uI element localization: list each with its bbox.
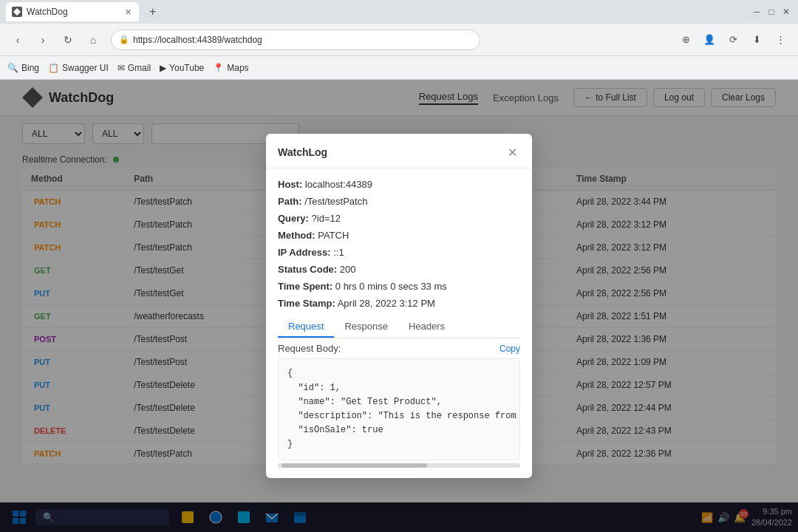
ip-label: IP Address: (278, 247, 331, 258)
query-row: Query: ?id=12 (278, 213, 520, 224)
browser-toolbar: ‹ › ↻ ⌂ 🔒 https://localhost:44389/watchd… (0, 24, 798, 56)
request-body-label: Request Body: (278, 343, 341, 354)
status-code-label: Status Code: (278, 264, 337, 275)
browser-frame: WatchDog ✕ + ─ □ ✕ ‹ › ↻ ⌂ 🔒 https://loc… (0, 0, 798, 532)
url-text: https://localhost:44389/watchdog (133, 35, 262, 45)
modal-close-button[interactable]: ✕ (504, 144, 520, 160)
bookmark-bing[interactable]: 🔍 Bing (7, 63, 39, 73)
home-button[interactable]: ⌂ (83, 30, 103, 50)
refresh-button[interactable]: ↻ (58, 30, 78, 50)
toolbar-actions: ⊕ 👤 ⟳ ⬇ ⋮ (675, 30, 791, 50)
lock-icon: 🔒 (119, 35, 129, 44)
tab-headers[interactable]: Headers (398, 316, 455, 338)
extensions-icon[interactable]: ⊕ (675, 30, 696, 50)
close-btn[interactable]: ✕ (780, 6, 792, 18)
host-row: Host: localhost:44389 (278, 179, 520, 190)
path-label: Path: (278, 196, 302, 207)
bookmarks-bar: 🔍 Bing 📋 Swagger UI ✉ Gmail ▶ YouTube 📍 … (0, 56, 798, 80)
modal-tabs: Request Response Headers (278, 316, 520, 338)
ip-value: ::1 (333, 247, 344, 258)
ip-row: IP Address: ::1 (278, 247, 520, 258)
back-button[interactable]: ‹ (7, 30, 28, 50)
bookmark-youtube[interactable]: ▶ YouTube (160, 63, 204, 73)
swagger-icon: 📋 (48, 63, 59, 73)
copy-button[interactable]: Copy (499, 344, 520, 354)
timestamp-label: Time Stamp: (278, 298, 335, 309)
request-body-header: Request Body: Copy (278, 343, 520, 354)
svg-marker-0 (13, 8, 21, 16)
window-controls: ─ □ ✕ (751, 6, 792, 18)
modal-title: WatchLog (278, 146, 327, 158)
tab-favicon (12, 7, 22, 17)
maximize-btn[interactable]: □ (765, 6, 777, 18)
browser-tab[interactable]: WatchDog ✕ (6, 2, 139, 21)
code-block: { "id": 1, "name": "Get Test Product", "… (278, 358, 520, 460)
forward-button[interactable]: › (33, 30, 53, 50)
bookmark-swagger[interactable]: 📋 Swagger UI (48, 63, 109, 73)
time-spent-value: 0 hrs 0 mins 0 secs 33 ms (335, 281, 447, 292)
bookmark-maps[interactable]: 📍 Maps (213, 63, 248, 73)
tab-title: WatchDog (27, 7, 68, 17)
timestamp-value: April 28, 2022 3:12 PM (338, 298, 435, 309)
address-bar[interactable]: 🔒 https://localhost:44389/watchdog (111, 30, 480, 50)
time-spent-row: Time Spent: 0 hrs 0 mins 0 secs 33 ms (278, 281, 520, 292)
host-value: localhost:44389 (305, 179, 372, 190)
maps-icon: 📍 (213, 63, 224, 73)
modal-body: Host: localhost:44389 Path: /Test/testPa… (266, 168, 532, 477)
method-value: PATCH (318, 230, 349, 241)
time-spent-label: Time Spent: (278, 281, 332, 292)
path-row: Path: /Test/testPatch (278, 196, 520, 207)
new-tab-button[interactable]: + (145, 4, 160, 20)
path-value: /Test/testPatch (304, 196, 367, 207)
query-label: Query: (278, 213, 309, 224)
page-content: WatchDog Request Logs Exception Logs ← t… (0, 80, 798, 532)
horizontal-scrollbar[interactable] (278, 463, 520, 468)
status-code-value: 200 (340, 264, 356, 275)
query-value: ?id=12 (312, 213, 341, 224)
timestamp-row: Time Stamp: April 28, 2022 3:12 PM (278, 298, 520, 309)
tab-request[interactable]: Request (278, 316, 334, 338)
downloads-icon[interactable]: ⬇ (746, 30, 767, 50)
status-code-row: Status Code: 200 (278, 264, 520, 275)
bing-icon: 🔍 (7, 63, 18, 73)
modal-overlay[interactable]: WatchLog ✕ Host: localhost:44389 Path: /… (0, 80, 798, 532)
minimize-btn[interactable]: ─ (751, 6, 763, 18)
watchlog-modal: WatchLog ✕ Host: localhost:44389 Path: /… (266, 134, 532, 477)
tab-close-btn[interactable]: ✕ (125, 7, 132, 17)
modal-header: WatchLog ✕ (266, 134, 532, 168)
menu-icon[interactable]: ⋮ (770, 30, 791, 50)
tab-response[interactable]: Response (334, 316, 398, 338)
host-label: Host: (278, 179, 302, 190)
bookmark-gmail[interactable]: ✉ Gmail (117, 63, 151, 73)
method-label: Method: (278, 230, 316, 241)
youtube-icon: ▶ (160, 63, 166, 73)
browser-titlebar: WatchDog ✕ + ─ □ ✕ (0, 0, 798, 24)
scrollbar-thumb (282, 463, 427, 468)
gmail-icon: ✉ (117, 63, 125, 73)
profile-icon[interactable]: 👤 (699, 30, 720, 50)
history-icon[interactable]: ⟳ (723, 30, 743, 50)
method-row: Method: PATCH (278, 230, 520, 241)
